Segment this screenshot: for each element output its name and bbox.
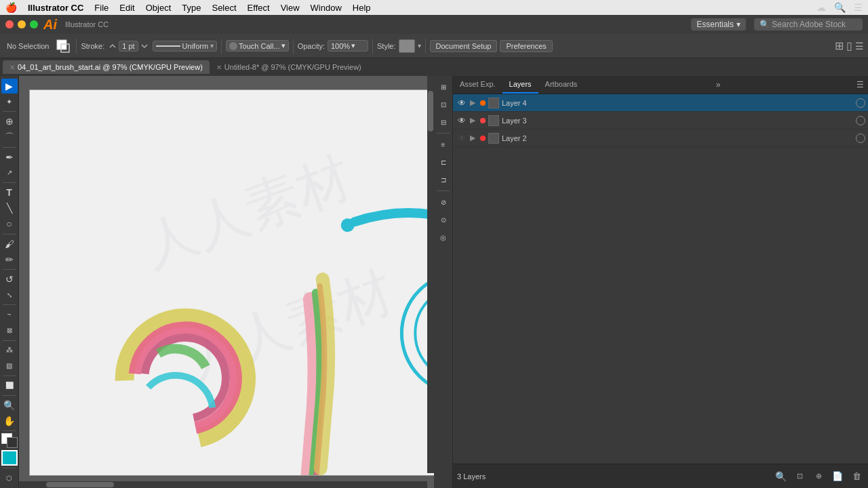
more-icon[interactable]: ☰ <box>855 41 864 52</box>
new-layer-icon[interactable]: 📄 <box>830 469 845 484</box>
scrollbar-vertical[interactable] <box>427 76 434 473</box>
draw-mode-button[interactable]: ⬡ <box>1 470 18 485</box>
right-icon-8[interactable]: ⊙ <box>435 211 452 228</box>
menu-select[interactable]: Select <box>212 3 236 13</box>
warp-tool[interactable]: ~ <box>1 307 18 322</box>
layer-item-3[interactable]: 👁 ▶ Layer 3 <box>453 112 868 129</box>
apple-menu[interactable]: 🍎 <box>5 2 17 13</box>
arrange-icon[interactable]: ⊞ <box>835 39 844 52</box>
layer-expand-2[interactable]: ▶ <box>468 134 477 142</box>
touch-callout-button[interactable]: Touch Call... ▾ <box>226 40 289 52</box>
document-setup-button[interactable]: Document Setup <box>430 40 498 52</box>
tab-untitled[interactable]: ✕ Untitled-8* @ 97% (CMYK/GPU Preview) <box>210 60 368 74</box>
right-icon-2[interactable]: ⊡ <box>435 96 452 113</box>
tab-art-brush[interactable]: ✕ 04_01_art_brush_start.ai @ 97% (CMYK/G… <box>3 60 210 74</box>
layer-visibility-3[interactable]: 👁 <box>456 116 468 125</box>
paintbrush-tool[interactable]: 🖌 <box>1 237 18 251</box>
type-tool[interactable]: T <box>1 185 18 200</box>
menu-help[interactable]: Help <box>353 3 371 13</box>
preferences-button[interactable]: Preferences <box>500 40 552 52</box>
panel-options[interactable]: ☰ <box>852 76 868 94</box>
fill-stroke-box[interactable] <box>1 433 18 448</box>
layer-visibility-2[interactable]: 👁 <box>456 134 468 143</box>
fill-stroke-controls[interactable] <box>56 39 71 54</box>
make-clipping-mask-icon[interactable]: ⊡ <box>792 469 807 484</box>
selection-tool[interactable]: ▶ <box>1 79 18 94</box>
maximize-button[interactable] <box>30 20 38 28</box>
layer-target-2[interactable] <box>856 134 865 143</box>
stroke-up-arrow[interactable] <box>107 41 118 52</box>
delete-layer-icon[interactable]: 🗑 <box>849 469 864 484</box>
panel-tab-layers[interactable]: Layers <box>502 76 538 94</box>
right-icon-7[interactable]: ⊘ <box>435 194 452 210</box>
layer-target-4[interactable] <box>856 98 865 108</box>
menu-file[interactable]: File <box>94 3 108 13</box>
stroke-down-arrow[interactable] <box>139 41 150 52</box>
search-icon[interactable]: 🔍 <box>834 2 846 13</box>
symbol-sprayer-tool[interactable]: ⁂ <box>1 343 18 358</box>
tabs-bar: ✕ 04_01_art_brush_start.ai @ 97% (CMYK/G… <box>0 58 868 76</box>
direct-selection-tool[interactable]: ✦ <box>1 94 18 109</box>
ellipse-tool[interactable]: ○ <box>1 216 18 231</box>
right-icon-1[interactable]: ⊞ <box>435 79 452 95</box>
style-arrow[interactable]: ▾ <box>418 42 421 49</box>
scrollbar-thumb-h[interactable] <box>46 482 114 487</box>
no-selection-text: No Selection <box>7 42 49 50</box>
close-button[interactable] <box>5 20 14 28</box>
style-preview[interactable] <box>399 39 415 53</box>
pencil-tool[interactable]: ✏ <box>1 252 18 267</box>
panel-tab-asset-exp[interactable]: Asset Exp. <box>453 76 502 94</box>
menu-effect[interactable]: Effect <box>248 3 270 13</box>
minimize-button[interactable] <box>18 20 26 28</box>
close-icon-2[interactable]: ✕ <box>216 64 222 71</box>
rotate-tool[interactable]: ↺ <box>1 272 18 287</box>
column-graph-tool[interactable]: ▨ <box>1 359 18 373</box>
hand-tool[interactable]: ✋ <box>1 413 18 428</box>
panel-tab-more[interactable]: » <box>712 76 725 94</box>
curvature-tool[interactable]: ↗ <box>1 165 18 180</box>
color-box-active[interactable] <box>1 450 18 466</box>
app-menu-illustrator[interactable]: Illustrator CC <box>28 3 83 13</box>
lasso-tool[interactable]: ⌒ <box>1 130 18 145</box>
sep3 <box>293 39 294 54</box>
layer-expand-3[interactable]: ▶ <box>468 116 477 125</box>
search-layers-icon[interactable]: 🔍 <box>773 469 788 484</box>
menu-extra-icon[interactable]: ☰ <box>854 2 863 13</box>
pen-tool[interactable]: ✒ <box>1 150 18 165</box>
layer-item-4[interactable]: 👁 ▶ Layer 4 <box>453 94 868 112</box>
new-sublayer-icon[interactable]: ⊕ <box>811 469 826 484</box>
panel-icon[interactable]: ▯ <box>846 39 852 52</box>
right-icon-4[interactable]: ≡ <box>435 136 452 152</box>
stroke-weight-input[interactable]: 1 pt <box>119 41 138 52</box>
opacity-input[interactable]: 100% ▾ <box>328 40 368 52</box>
stroke-style-selector[interactable]: Uniform ▾ <box>153 41 218 52</box>
adobe-stock-search[interactable]: 🔍 Search Adobe Stock <box>754 18 863 30</box>
menu-type[interactable]: Type <box>182 3 201 13</box>
scrollbar-thumb-v[interactable] <box>428 91 433 131</box>
menu-window[interactable]: Window <box>311 3 342 13</box>
essentials-button[interactable]: Essentials ▾ <box>691 18 746 30</box>
layer-visibility-4[interactable]: 👁 <box>456 98 468 108</box>
layer-target-3[interactable] <box>856 116 865 125</box>
close-icon[interactable]: ✕ <box>9 64 15 71</box>
no-selection-label: No Selection <box>4 41 52 52</box>
free-transform-tool[interactable]: ⊠ <box>1 323 18 338</box>
right-icon-6[interactable]: ⊐ <box>435 171 452 188</box>
menu-edit[interactable]: Edit <box>119 3 134 13</box>
artboard-tool[interactable]: ⬜ <box>1 378 18 393</box>
right-icon-5[interactable]: ⊏ <box>435 154 452 170</box>
panel-tab-artboards[interactable]: Artboards <box>538 76 585 94</box>
menu-view[interactable]: View <box>281 3 300 13</box>
scale-tool[interactable]: ⤡ <box>1 287 18 302</box>
zoom-tool[interactable]: 🔍 <box>1 398 18 413</box>
line-tool[interactable]: ╲ <box>1 201 18 216</box>
right-icon-9[interactable]: ◎ <box>435 229 452 245</box>
layer-expand-4[interactable]: ▶ <box>468 98 477 107</box>
magic-wand-tool[interactable]: ⊕ <box>1 114 18 129</box>
svg-point-9 <box>341 218 355 232</box>
layer-item-2[interactable]: 👁 ▶ Layer 2 <box>453 129 868 147</box>
menu-object[interactable]: Object <box>146 3 172 13</box>
scrollbar-horizontal[interactable] <box>19 481 427 488</box>
right-icon-3[interactable]: ⊟ <box>435 114 452 130</box>
canvas-area[interactable]: 人人素材 人人素材 <box>19 76 434 488</box>
